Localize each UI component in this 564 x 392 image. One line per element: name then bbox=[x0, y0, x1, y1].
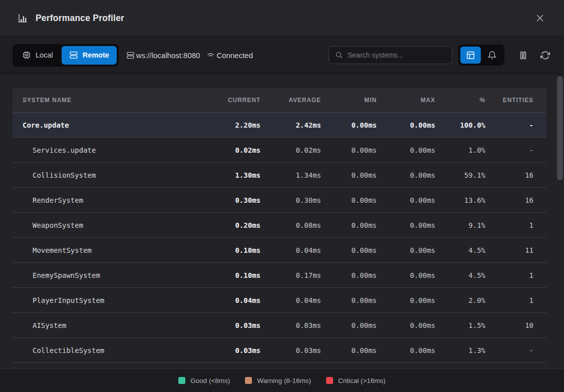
systems-table-area: System Name Current Average Min Max % En… bbox=[0, 74, 564, 368]
entities-cell: 1 bbox=[485, 221, 533, 229]
table-row[interactable]: CollectibleSystem 0.03ms 0.03ms 0.00ms 0… bbox=[13, 338, 546, 363]
entities-cell: 1 bbox=[485, 296, 533, 304]
refresh-button[interactable] bbox=[538, 49, 551, 62]
column-header-min[interactable]: Min bbox=[321, 97, 377, 104]
remote-toggle-button[interactable]: Remote bbox=[62, 46, 117, 65]
min-cell: 0.00ms bbox=[321, 146, 377, 154]
average-cell: 0.30ms bbox=[260, 196, 321, 204]
local-toggle-button[interactable]: Local bbox=[15, 46, 61, 65]
server-icon bbox=[126, 51, 135, 60]
system-name-cell: CollectibleSystem bbox=[23, 346, 205, 354]
source-toggle-group: Local Remote bbox=[13, 44, 119, 67]
average-cell: 0.04ms bbox=[260, 296, 321, 304]
entities-cell: 11 bbox=[485, 246, 533, 254]
close-icon bbox=[534, 13, 545, 24]
good-swatch-icon bbox=[178, 377, 185, 384]
table-row[interactable]: WeaponSystem 0.20ms 0.08ms 0.00ms 0.00ms… bbox=[13, 213, 546, 238]
max-cell: 0.00ms bbox=[377, 221, 435, 229]
toolbar: Local Remote bbox=[0, 37, 564, 74]
search-input[interactable] bbox=[348, 51, 446, 59]
column-header-max[interactable]: Max bbox=[377, 97, 435, 104]
table-view-icon bbox=[466, 51, 475, 60]
vertical-scrollbar-thumb[interactable] bbox=[557, 76, 563, 180]
percent-cell: 100.0% bbox=[435, 121, 485, 129]
min-cell: 0.00ms bbox=[321, 246, 377, 254]
entities-cell: 16 bbox=[485, 171, 533, 179]
min-cell: 0.00ms bbox=[321, 296, 377, 304]
max-cell: 0.00ms bbox=[377, 321, 435, 329]
average-cell: 0.03ms bbox=[260, 321, 321, 329]
system-name-cell: Core.update bbox=[23, 121, 205, 129]
table-row[interactable]: PlayerInputSystem 0.04ms 0.04ms 0.00ms 0… bbox=[13, 288, 546, 313]
current-cell: 0.03ms bbox=[205, 321, 260, 329]
legend-item-critical: Critical (>16ms) bbox=[326, 377, 386, 384]
cpu-icon bbox=[22, 51, 31, 60]
table-row[interactable]: Core.update 2.20ms 2.42ms 0.00ms 0.00ms … bbox=[13, 113, 546, 138]
bar-chart-icon bbox=[17, 13, 28, 24]
alerts-view-button[interactable] bbox=[482, 47, 502, 64]
critical-swatch-icon bbox=[326, 377, 333, 384]
close-button[interactable] bbox=[532, 10, 548, 26]
current-cell: 0.10ms bbox=[205, 246, 260, 254]
table-row[interactable]: MovementSystem 0.10ms 0.04ms 0.00ms 0.00… bbox=[13, 238, 546, 263]
min-cell: 0.00ms bbox=[321, 121, 377, 129]
current-cell: 0.03ms bbox=[205, 346, 260, 354]
percent-cell: 1.3% bbox=[435, 346, 485, 354]
percent-cell: 1.0% bbox=[435, 146, 485, 154]
percent-cell: 9.1% bbox=[435, 221, 485, 229]
remote-toggle-label: Remote bbox=[83, 51, 109, 59]
current-cell: 2.20ms bbox=[205, 121, 260, 129]
connection-status-text: Connected bbox=[216, 51, 253, 60]
table-row[interactable]: AISystem 0.03ms 0.03ms 0.00ms 0.00ms 1.5… bbox=[13, 313, 546, 338]
connection-url: ws://localhost:8080 bbox=[126, 51, 200, 60]
search-box bbox=[329, 46, 452, 64]
average-cell: 0.08ms bbox=[260, 221, 321, 229]
average-cell: 0.17ms bbox=[260, 271, 321, 279]
system-name-cell: AISystem bbox=[23, 321, 205, 329]
max-cell: 0.00ms bbox=[377, 246, 435, 254]
page-title: Performance Profiler bbox=[36, 13, 124, 24]
column-header-system-name[interactable]: System Name bbox=[23, 97, 205, 104]
percent-cell: 1.5% bbox=[435, 321, 485, 329]
average-cell: 2.42ms bbox=[260, 121, 321, 129]
table-row[interactable]: CollisionSystem 1.30ms 1.34ms 0.00ms 0.0… bbox=[13, 163, 546, 188]
pause-icon bbox=[518, 50, 528, 61]
connection-status: Connected bbox=[206, 51, 253, 60]
current-cell: 0.02ms bbox=[205, 146, 260, 154]
table-row[interactable]: EnemySpawnSystem 0.10ms 0.17ms 0.00ms 0.… bbox=[13, 263, 546, 288]
table-row[interactable]: RenderSystem 0.30ms 0.30ms 0.00ms 0.00ms… bbox=[13, 188, 546, 213]
table-view-button[interactable] bbox=[460, 47, 481, 64]
percent-cell: 13.6% bbox=[435, 196, 485, 204]
column-header-average[interactable]: Average bbox=[260, 97, 321, 104]
column-header-current[interactable]: Current bbox=[205, 97, 260, 104]
system-name-cell: PlayerInputSystem bbox=[23, 296, 205, 304]
min-cell: 0.00ms bbox=[321, 321, 377, 329]
average-cell: 0.04ms bbox=[260, 246, 321, 254]
average-cell: 0.03ms bbox=[260, 346, 321, 354]
max-cell: 0.00ms bbox=[377, 171, 435, 179]
entities-cell: 1 bbox=[485, 271, 533, 279]
min-cell: 0.00ms bbox=[321, 346, 377, 354]
entities-cell: - bbox=[485, 146, 533, 154]
column-header-entities[interactable]: Entities bbox=[485, 97, 533, 104]
percent-cell: 4.5% bbox=[435, 271, 485, 279]
max-cell: 0.00ms bbox=[377, 121, 435, 129]
table-header: System Name Current Average Min Max % En… bbox=[13, 88, 546, 113]
system-name-cell: MovementSystem bbox=[23, 246, 205, 254]
max-cell: 0.00ms bbox=[377, 296, 435, 304]
percent-cell: 59.1% bbox=[435, 171, 485, 179]
view-toggle-group bbox=[458, 45, 504, 66]
bell-icon bbox=[487, 51, 497, 60]
table-row[interactable]: Services.update 0.02ms 0.02ms 0.00ms 0.0… bbox=[13, 138, 546, 163]
system-name-cell: CollisionSystem bbox=[23, 171, 205, 179]
system-name-cell: EnemySpawnSystem bbox=[23, 271, 205, 279]
server-icon bbox=[69, 51, 78, 60]
connection-url-text: ws://localhost:8080 bbox=[136, 51, 200, 60]
column-header-percent[interactable]: % bbox=[435, 97, 485, 104]
percent-cell: 2.0% bbox=[435, 296, 485, 304]
min-cell: 0.00ms bbox=[321, 221, 377, 229]
pause-button[interactable] bbox=[516, 49, 529, 62]
entities-cell: - bbox=[485, 121, 533, 129]
title-bar: Performance Profiler bbox=[0, 0, 564, 37]
legend-label-critical: Critical (>16ms) bbox=[338, 377, 386, 384]
